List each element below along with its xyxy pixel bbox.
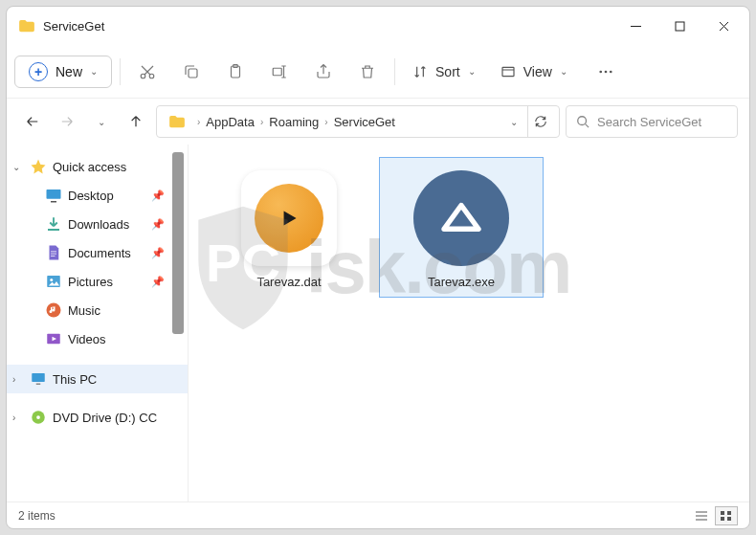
svg-point-19: [36, 415, 40, 419]
close-button[interactable]: [701, 11, 745, 41]
details-view-button[interactable]: [690, 506, 713, 525]
svg-point-14: [50, 279, 53, 281]
pc-icon: [30, 370, 47, 388]
svg-rect-23: [727, 517, 731, 521]
file-list[interactable]: Tarevaz.dat Tarevaz.exe: [189, 145, 749, 502]
svg-point-11: [578, 117, 587, 125]
view-label: View: [523, 64, 552, 79]
folder-icon: [168, 115, 186, 128]
pin-icon: 📌: [151, 189, 165, 202]
chevron-down-icon[interactable]: ⌄: [510, 117, 518, 127]
scrollbar-thumb[interactable]: [172, 152, 184, 334]
chevron-down-icon: ⌄: [468, 66, 476, 77]
sidebar-item-desktop[interactable]: Desktop 📌: [7, 181, 188, 210]
file-explorer-window: ServiceGet + New ⌄ Sort ⌄ View ⌄: [6, 6, 750, 529]
chevron-right-icon: ›: [197, 117, 200, 127]
chevron-down-icon: ⌄: [12, 162, 24, 172]
svg-rect-17: [32, 373, 45, 382]
navigation-pane: ⌄ Quick access Desktop 📌 Downloads 📌 Doc…: [7, 145, 189, 502]
sidebar-item-this-pc[interactable]: › This PC: [7, 365, 188, 393]
breadcrumb[interactable]: › AppData › Roaming › ServiceGet ⌄: [156, 105, 560, 138]
sidebar-item-videos[interactable]: Videos: [7, 324, 188, 353]
svg-point-10: [610, 70, 612, 73]
sidebar-item-documents[interactable]: Documents 📌: [7, 238, 188, 267]
file-icon-dat: [236, 166, 342, 271]
sidebar-item-dvd[interactable]: › DVD Drive (D:) CC: [7, 403, 188, 432]
breadcrumb-item[interactable]: AppData: [206, 115, 255, 129]
sidebar-item-label: Documents: [68, 246, 131, 260]
titlebar: ServiceGet: [7, 7, 749, 45]
back-button[interactable]: [18, 107, 47, 136]
svg-rect-7: [502, 67, 514, 76]
videos-icon: [45, 330, 62, 347]
sidebar-item-label: Downloads: [68, 217, 129, 232]
file-item[interactable]: Tarevaz.dat: [208, 158, 370, 297]
item-count: 2 items: [18, 509, 56, 523]
address-row: ⌄ › AppData › Roaming › ServiceGet ⌄ Sea…: [7, 99, 749, 145]
search-placeholder: Search ServiceGet: [597, 115, 701, 129]
recent-locations-button[interactable]: ⌄: [87, 107, 116, 136]
file-name: Tarevaz.exe: [428, 275, 495, 289]
desktop-icon: [45, 187, 62, 204]
pin-icon: 📌: [151, 218, 165, 231]
toolbar: + New ⌄ Sort ⌄ View ⌄: [7, 45, 749, 99]
sidebar-item-quick-access[interactable]: ⌄ Quick access: [7, 152, 188, 181]
sidebar-item-label: Videos: [68, 332, 106, 346]
chevron-right-icon: ›: [12, 412, 24, 423]
status-bar: 2 items: [7, 502, 749, 528]
plus-icon: +: [29, 62, 48, 81]
chevron-down-icon: ⌄: [98, 117, 105, 127]
sidebar-item-label: Music: [68, 303, 100, 318]
view-button[interactable]: View ⌄: [491, 64, 577, 79]
up-button[interactable]: [122, 107, 150, 136]
svg-rect-12: [47, 189, 61, 199]
star-icon: [30, 158, 47, 175]
breadcrumb-item[interactable]: Roaming: [269, 115, 319, 129]
sidebar-item-label: Desktop: [68, 189, 114, 203]
sidebar-item-music[interactable]: Music: [7, 296, 188, 324]
rename-button[interactable]: [260, 53, 299, 91]
sidebar-item-label: DVD Drive (D:) CC: [53, 411, 157, 425]
sidebar-item-pictures[interactable]: Pictures 📌: [7, 267, 188, 296]
disc-icon: [30, 409, 47, 426]
separator: [120, 58, 121, 85]
sidebar-item-label: Quick access: [53, 160, 126, 174]
chevron-right-icon: ›: [12, 374, 24, 385]
chevron-down-icon: ⌄: [90, 66, 98, 77]
svg-rect-22: [721, 517, 724, 521]
more-button[interactable]: [587, 53, 625, 91]
search-input[interactable]: Search ServiceGet: [566, 105, 738, 138]
pictures-icon: [45, 273, 62, 290]
refresh-button[interactable]: [527, 106, 553, 137]
share-button[interactable]: [304, 53, 343, 91]
separator: [394, 58, 395, 85]
svg-rect-21: [727, 511, 731, 515]
svg-rect-20: [721, 511, 724, 515]
cut-button[interactable]: [128, 53, 167, 91]
view-toggle: [690, 506, 738, 525]
svg-rect-3: [189, 69, 197, 78]
chevron-right-icon: ›: [324, 117, 327, 127]
svg-point-9: [604, 70, 607, 73]
pin-icon: 📌: [151, 247, 165, 259]
file-item[interactable]: Tarevaz.exe: [380, 158, 543, 297]
paste-button[interactable]: [216, 53, 255, 91]
icons-view-button[interactable]: [715, 506, 738, 525]
sidebar-item-downloads[interactable]: Downloads 📌: [7, 210, 188, 238]
window-title: ServiceGet: [43, 19, 613, 33]
music-icon: [45, 301, 62, 319]
chevron-down-icon: ⌄: [560, 66, 567, 77]
minimize-button[interactable]: [613, 11, 657, 41]
forward-button[interactable]: [53, 107, 81, 136]
sort-button[interactable]: Sort ⌄: [403, 64, 485, 79]
folder-icon: [18, 19, 35, 33]
copy-button[interactable]: [172, 53, 211, 91]
file-name: Tarevaz.dat: [256, 275, 321, 289]
breadcrumb-item[interactable]: ServiceGet: [334, 115, 395, 129]
search-icon: [576, 115, 589, 128]
maximize-button[interactable]: [657, 11, 701, 41]
pin-icon: 📌: [151, 276, 165, 288]
delete-button[interactable]: [348, 53, 387, 91]
svg-rect-6: [273, 68, 281, 76]
new-button[interactable]: + New ⌄: [14, 56, 112, 88]
